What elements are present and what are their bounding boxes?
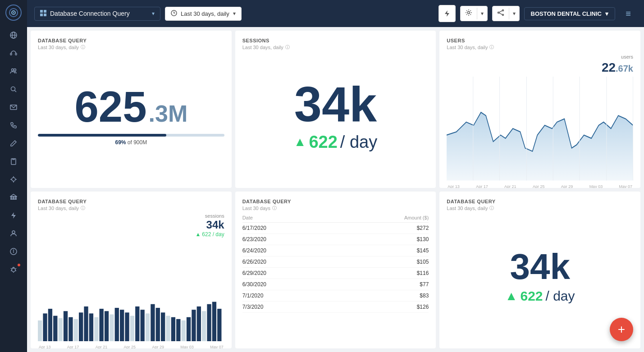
progress-track bbox=[38, 134, 224, 137]
sidebar bbox=[0, 0, 27, 352]
fab-plus-icon: + bbox=[618, 322, 625, 337]
svg-rect-20 bbox=[11, 197, 12, 199]
svg-rect-84 bbox=[192, 310, 196, 341]
svg-rect-62 bbox=[79, 312, 83, 341]
table-row: 7/1/2020$83 bbox=[242, 290, 429, 302]
sidebar-item-info[interactable] bbox=[5, 243, 23, 260]
fab-add-button[interactable]: + bbox=[610, 318, 633, 341]
card4-sessions-delta: ▲ 622 / day bbox=[38, 231, 224, 238]
svg-rect-58 bbox=[59, 318, 63, 341]
svg-point-41 bbox=[467, 12, 470, 14]
sidebar-item-search[interactable] bbox=[5, 81, 23, 97]
sidebar-item-clipboard[interactable] bbox=[5, 153, 23, 169]
svg-rect-64 bbox=[89, 313, 93, 341]
card6-number-container: 34k ▲ 622 / day bbox=[447, 211, 633, 342]
settings-btn[interactable]: ▾ bbox=[460, 6, 488, 21]
card-sessions: SESSIONS Last 30 days, daily ⓘ 34k ▲ 622… bbox=[235, 31, 436, 188]
table-row: 6/30/2020$77 bbox=[242, 279, 429, 290]
time-selector[interactable]: Last 30 days, daily ▾ bbox=[165, 7, 242, 21]
up-arrow-icon: ▲ bbox=[294, 135, 306, 149]
svg-line-45 bbox=[499, 11, 502, 13]
card1-info-icon[interactable]: ⓘ bbox=[81, 44, 85, 50]
progress-fill bbox=[38, 134, 166, 137]
card1-progress-label: 69% of 900M bbox=[38, 139, 224, 146]
svg-rect-76 bbox=[151, 304, 155, 341]
svg-rect-72 bbox=[130, 315, 134, 341]
card1-title: DATABASE QUERY bbox=[38, 38, 224, 43]
lightning-btn[interactable] bbox=[438, 5, 456, 22]
card3-chart-area: users 22.67k bbox=[447, 54, 633, 181]
card6-info-icon[interactable]: ⓘ bbox=[489, 205, 494, 211]
card3-info-icon[interactable]: ⓘ bbox=[489, 44, 494, 50]
svg-rect-66 bbox=[100, 309, 104, 341]
card6-per-day: ▲ 622 / day bbox=[505, 288, 575, 304]
svg-rect-59 bbox=[64, 311, 68, 341]
table-row: 6/26/2020$105 bbox=[242, 256, 429, 268]
svg-rect-75 bbox=[146, 313, 150, 341]
svg-rect-21 bbox=[13, 197, 14, 199]
card5-title: DATABASE QUERY bbox=[242, 199, 429, 204]
svg-point-9 bbox=[14, 69, 16, 71]
table-header: Date Amount ($) bbox=[242, 215, 429, 223]
card-users: USERS Last 30 days, daily ⓘ users 22.67k bbox=[439, 31, 640, 188]
sidebar-item-email[interactable] bbox=[5, 99, 23, 115]
sidebar-item-bank[interactable] bbox=[5, 189, 23, 206]
settings-chevron[interactable]: ▾ bbox=[477, 8, 487, 19]
svg-rect-67 bbox=[105, 311, 109, 341]
share-btn[interactable]: ▾ bbox=[492, 6, 520, 21]
svg-point-2 bbox=[13, 12, 14, 14]
table-row: 7/3/2020$126 bbox=[242, 302, 429, 313]
sidebar-item-edit[interactable] bbox=[5, 135, 23, 151]
sidebar-item-bug[interactable] bbox=[5, 261, 23, 278]
share-chevron[interactable]: ▾ bbox=[509, 8, 519, 19]
table-row: 6/17/2020$272 bbox=[242, 223, 429, 234]
card5-info-icon[interactable]: ⓘ bbox=[272, 205, 277, 211]
card6-delta: 622 bbox=[520, 288, 543, 304]
svg-rect-83 bbox=[187, 317, 191, 341]
sidebar-item-crosshair[interactable] bbox=[5, 171, 23, 187]
card3-x-labels: Apr 13 Apr 17 Apr 21 Apr 25 Apr 29 May 0… bbox=[447, 184, 633, 188]
topbar: Database Connection Query ▾ Last 30 days… bbox=[27, 0, 644, 27]
svg-rect-77 bbox=[156, 308, 160, 341]
col2-header: Amount ($) bbox=[404, 215, 429, 220]
delta-up-icon: ▲ bbox=[195, 231, 201, 238]
users-label: users bbox=[621, 54, 633, 59]
table-row: 6/29/2020$116 bbox=[242, 268, 429, 279]
svg-rect-88 bbox=[212, 302, 216, 341]
card-database-query-chart: DATABASE QUERY Last 30 days, daily ⓘ ses… bbox=[31, 192, 232, 349]
sidebar-item-headset[interactable] bbox=[5, 45, 23, 61]
card1-main-number: 625 bbox=[74, 85, 146, 128]
clinic-selector[interactable]: BOSTON DENTAL CLINIC ▾ bbox=[524, 7, 615, 20]
card2-subtitle: Last 30 days, daily ⓘ bbox=[242, 44, 429, 50]
card3-title: USERS bbox=[447, 38, 633, 43]
query-selector[interactable]: Database Connection Query ▾ bbox=[34, 7, 160, 21]
card2-main-number: 34k bbox=[294, 79, 377, 129]
svg-marker-24 bbox=[11, 212, 16, 219]
sidebar-item-phone[interactable] bbox=[5, 117, 23, 133]
sidebar-logo[interactable] bbox=[5, 5, 22, 21]
svg-line-31 bbox=[15, 268, 16, 269]
svg-rect-38 bbox=[44, 14, 46, 16]
svg-rect-55 bbox=[43, 313, 47, 341]
card4-subtitle: Last 30 days, daily ⓘ bbox=[38, 205, 224, 211]
menu-btn[interactable]: ≡ bbox=[620, 5, 637, 22]
card1-decimal: .3M bbox=[149, 102, 188, 125]
sidebar-item-lightning[interactable] bbox=[5, 207, 23, 224]
svg-rect-57 bbox=[53, 315, 57, 341]
card4-title: DATABASE QUERY bbox=[38, 199, 224, 204]
svg-line-33 bbox=[15, 270, 16, 271]
table-row: 6/23/2020$130 bbox=[242, 234, 429, 245]
card2-unit: / day bbox=[340, 133, 377, 152]
card2-number-container: 34k ▲ 622 / day bbox=[242, 50, 429, 181]
time-selector-label: Last 30 days, daily bbox=[181, 10, 229, 17]
svg-point-25 bbox=[12, 231, 15, 233]
card2-info-icon[interactable]: ⓘ bbox=[285, 44, 290, 50]
svg-line-30 bbox=[11, 268, 12, 269]
sidebar-item-person[interactable] bbox=[5, 225, 23, 242]
card3-subtitle: Last 30 days, daily ⓘ bbox=[447, 44, 633, 50]
svg-rect-7 bbox=[15, 53, 17, 55]
sidebar-item-globe[interactable] bbox=[5, 27, 23, 43]
sidebar-item-users[interactable] bbox=[5, 63, 23, 79]
card4-info-icon[interactable]: ⓘ bbox=[81, 205, 85, 211]
clinic-chevron: ▾ bbox=[605, 10, 608, 17]
